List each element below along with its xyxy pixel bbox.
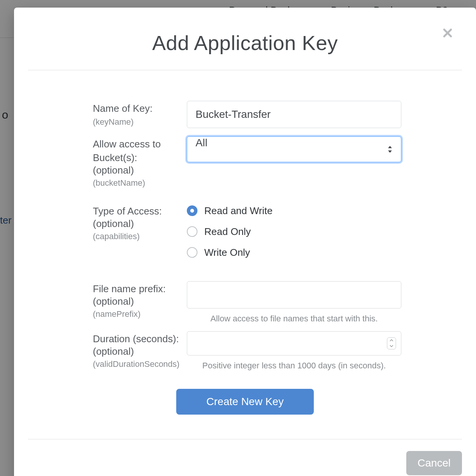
add-application-key-modal: Add Application Key Name of Key: (keyNam… [14, 8, 476, 476]
key-name-input[interactable] [187, 101, 401, 128]
cancel-button[interactable]: Cancel [406, 451, 462, 475]
radio-dot-icon [187, 205, 197, 216]
row-duration: Duration (seconds): (optional) (validDur… [28, 331, 462, 371]
duration-input[interactable] [187, 331, 401, 355]
row-prefix: File name prefix: (optional) (namePrefix… [28, 281, 462, 324]
prefix-param: (namePrefix) [93, 307, 187, 321]
duration-label: Duration (seconds): [93, 332, 187, 346]
prefix-label: File name prefix: [93, 282, 187, 296]
modal-actions: Create New Key [28, 378, 462, 427]
radio-write-only-label: Write Only [204, 247, 250, 258]
duration-optional: (optional) [93, 346, 187, 357]
modal-title: Add Application Key [29, 31, 461, 55]
chevron-down-icon [387, 343, 396, 349]
create-new-key-button[interactable]: Create New Key [176, 389, 314, 415]
access-label: Type of Access: [93, 204, 187, 218]
radio-dot-icon [187, 247, 197, 258]
modal-body: Name of Key: (keyName) Allow access to B… [14, 70, 476, 439]
bucket-param: (bucketName) [93, 176, 187, 189]
number-stepper[interactable] [387, 337, 396, 349]
access-optional: (optional) [93, 218, 187, 230]
row-access: Type of Access: (optional) (capabilities… [28, 204, 462, 268]
bucket-select[interactable]: All [187, 136, 401, 162]
radio-read-only-label: Read Only [204, 226, 251, 238]
modal-header: Add Application Key [14, 8, 476, 70]
bucket-label: Allow access to Bucket(s): [93, 137, 187, 165]
duration-help: Positive integer less than 1000 days (in… [187, 355, 401, 371]
radio-write-only[interactable]: Write Only [187, 247, 401, 258]
chevron-up-icon [387, 338, 396, 343]
access-radio-group: Read and Write Read Only Write Only [187, 204, 401, 258]
close-icon[interactable] [440, 25, 456, 41]
prefix-optional: (optional) [93, 296, 187, 307]
radio-read-only[interactable]: Read Only [187, 226, 401, 238]
bucket-optional: (optional) [93, 164, 187, 176]
row-key-name: Name of Key: (keyName) [28, 101, 462, 129]
key-name-param: (keyName) [93, 115, 187, 128]
radio-read-write[interactable]: Read and Write [187, 205, 401, 217]
row-bucket: Allow access to Bucket(s): (optional) (b… [28, 136, 462, 190]
radio-dot-icon [187, 226, 197, 237]
prefix-help: Allow access to file names that start wi… [187, 308, 401, 324]
duration-param: (validDurationSeconds) [93, 357, 187, 371]
key-name-label: Name of Key: [93, 102, 187, 115]
access-param: (capabilities) [93, 230, 187, 243]
prefix-input[interactable] [187, 281, 401, 308]
radio-read-write-label: Read and Write [204, 205, 272, 217]
modal-footer: Cancel [14, 440, 476, 476]
